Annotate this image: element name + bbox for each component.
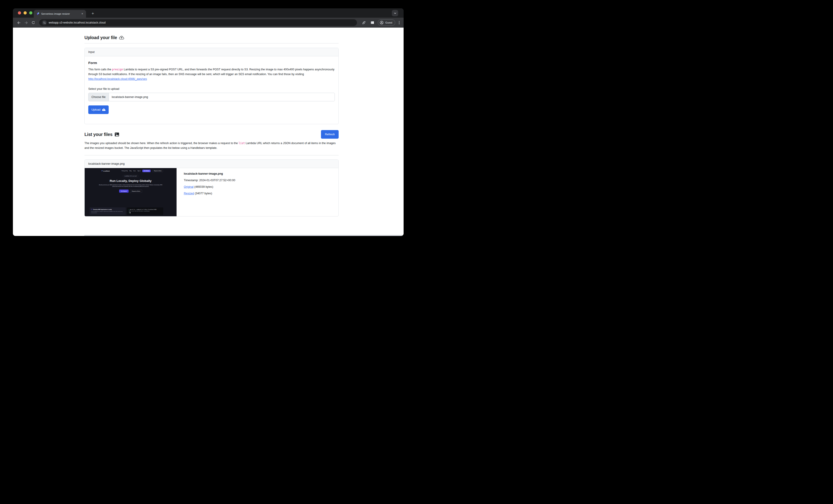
- side-panel-icon[interactable]: [369, 20, 376, 26]
- forward-arrow-icon: [24, 21, 28, 25]
- form-description: This form calls the presign Lambda to re…: [88, 67, 335, 81]
- file-thumbnail-image: LocalStack Pricing & Faq Blog Docs Sign …: [85, 168, 176, 216]
- banner-cta-request-demo: Request a Demo: [130, 190, 142, 193]
- input-card: Input Form This form calls the presign L…: [85, 48, 339, 124]
- description-text: The images you uploaded should be shown …: [85, 142, 239, 145]
- list-section-header: List your files Refresh: [85, 130, 339, 139]
- file-timestamp: Timestamp: 2024-01-03T07:27:52+00:00: [184, 179, 235, 182]
- banner-nav-link: Docs: [133, 170, 136, 172]
- input-card-body: Form This form calls the presign Lambda …: [85, 56, 338, 124]
- banner-feature-title: Develop AWS Applications Locally: [93, 209, 112, 210]
- horizontal-scrollbar[interactable]: [84, 235, 404, 236]
- reload-button[interactable]: [30, 20, 37, 26]
- browser-window: Serverless image resizer × +: [13, 8, 404, 236]
- reload-icon: [31, 21, 35, 24]
- favicon-localstack-icon: [36, 12, 40, 16]
- banner-terminal: > aws s3 ls --endpoint-url http://localh…: [127, 207, 163, 215]
- upload-button[interactable]: Upload: [88, 105, 109, 114]
- performance-leaf-icon[interactable]: [361, 20, 367, 26]
- file-title: localstack-banner-image.png: [184, 172, 235, 175]
- site-settings-icon[interactable]: [42, 20, 47, 25]
- banner-nav-link: Blog: [129, 170, 132, 172]
- chevron-down-icon: [394, 12, 397, 15]
- banner-nav-get-started: Get Started: [142, 170, 150, 172]
- list-section-title: List your files: [85, 132, 321, 137]
- banner-nav-link: Pricing & Faq: [122, 170, 128, 172]
- file-input[interactable]: Choose file localstack-banner-image.png: [88, 93, 335, 101]
- minimize-window-button[interactable]: [24, 11, 27, 15]
- banner-bottom-row: Develop AWS Applications Locally Use Loc…: [90, 207, 163, 215]
- terminal-prompt: >: [129, 212, 129, 213]
- input-card-header: Input: [85, 48, 338, 56]
- page-viewport: Upload your file Input Form This form ca…: [13, 28, 404, 236]
- choose-file-button[interactable]: Choose file: [89, 93, 109, 101]
- close-tab-icon[interactable]: ×: [80, 12, 84, 16]
- banner-headline: Run Locally, Deploy Globally: [85, 179, 176, 183]
- file-card-body: LocalStack Pricing & Faq Blog Docs Sign …: [85, 168, 338, 216]
- tab-strip: Serverless image resizer × +: [13, 8, 404, 18]
- file-details: localstack-banner-image.png Timestamp: 2…: [176, 168, 241, 216]
- localstack-logo-icon: [101, 170, 102, 172]
- form-heading: Form: [88, 61, 335, 65]
- back-arrow-icon: [17, 21, 21, 25]
- banner-cta-get-started: Get Started: [119, 190, 128, 193]
- terminal-cursor: [130, 212, 130, 213]
- list-code-token: list: [239, 142, 245, 145]
- selected-file-name: localstack-banner-image.png: [109, 93, 151, 101]
- ses-link[interactable]: http://localhost.localstack.cloud:4566/_…: [88, 77, 147, 80]
- original-file-size: (465039 bytes): [193, 185, 213, 188]
- forward-button[interactable]: [23, 20, 29, 26]
- divider: [85, 43, 339, 44]
- file-original-row: Original (465039 bytes): [184, 185, 235, 188]
- upload-heading-text: Upload your file: [85, 35, 117, 40]
- url-text[interactable]: webapp.s3-website.localhost.localstack.c…: [49, 21, 106, 24]
- original-file-link[interactable]: Original: [184, 185, 193, 188]
- description-text: Lambda to request a S3 pre-signed POST U…: [88, 68, 334, 76]
- timestamp-value: 2024-01-03T07:27:52+00:00: [199, 179, 235, 182]
- list-description: The images you uploaded should be shown …: [85, 141, 339, 150]
- banner-image-content: LocalStack Pricing & Faq Blog Docs Sign …: [85, 168, 176, 216]
- profile-label: Guest: [385, 21, 392, 24]
- divider: [85, 155, 339, 155]
- address-bar[interactable]: webapp.s3-website.localhost.localstack.c…: [39, 19, 357, 26]
- zoom-window-button[interactable]: [29, 11, 32, 15]
- upload-button-label: Upload: [92, 108, 100, 111]
- timestamp-label: Timestamp:: [184, 179, 199, 182]
- banner-logo: LocalStack: [101, 170, 110, 172]
- window-controls: [18, 11, 32, 15]
- file-resized-row: Resized (34077 bytes): [184, 192, 235, 195]
- image-icon: [115, 132, 119, 137]
- description-text: This form calls the: [88, 68, 112, 71]
- banner-cta-row: Get Started Request a Demo: [85, 190, 176, 193]
- menu-kebab-icon[interactable]: [398, 21, 401, 24]
- upload-section-title: Upload your file: [85, 35, 339, 40]
- tab-title: Serverless image resizer: [41, 12, 80, 15]
- banner-brand-text: LocalStack: [103, 170, 110, 172]
- terminal-output: 2023-11-15 10:12:18 hello-localstack: [129, 210, 162, 212]
- banner-feature-card: Develop AWS Applications Locally Use Loc…: [90, 207, 126, 215]
- back-button[interactable]: [16, 20, 22, 26]
- list-heading-text: List your files: [85, 132, 113, 137]
- resized-file-link[interactable]: Resized: [184, 192, 194, 195]
- page-content: Upload your file Input Form This form ca…: [85, 28, 339, 217]
- banner-topbar: LocalStack Pricing & Faq Blog Docs Sign …: [85, 168, 176, 172]
- file-card-header: localstack-banner-image.png: [85, 160, 338, 168]
- banner-nav-link: Sign in: [137, 170, 141, 172]
- file-card: localstack-banner-image.png: [85, 159, 339, 217]
- presign-code-token: presign: [112, 68, 123, 71]
- cloud-upload-icon: [119, 35, 124, 40]
- tab-serverless-image-resizer[interactable]: Serverless image resizer ×: [34, 10, 86, 18]
- new-tab-button[interactable]: +: [90, 11, 96, 17]
- banner-badge: LocalStack v3.0 is out now!: [123, 175, 139, 177]
- banner-feature-icon: [91, 209, 93, 210]
- toolbar-right-group: Guest: [361, 20, 401, 26]
- browser-toolbar: webapp.s3-website.localhost.localstack.c…: [13, 18, 404, 28]
- profile-button[interactable]: Guest: [378, 20, 395, 26]
- refresh-button[interactable]: Refresh: [321, 130, 339, 139]
- desktop-background: Serverless image resizer × +: [0, 0, 416, 252]
- select-file-label: Select your file to upload: [88, 87, 335, 91]
- close-window-button[interactable]: [18, 11, 21, 15]
- resized-file-size: (34077 bytes): [194, 192, 212, 195]
- tab-search-chevron-button[interactable]: [392, 10, 398, 16]
- banner-feature-text: Use LocalStack as a drop-in replacement …: [91, 210, 124, 213]
